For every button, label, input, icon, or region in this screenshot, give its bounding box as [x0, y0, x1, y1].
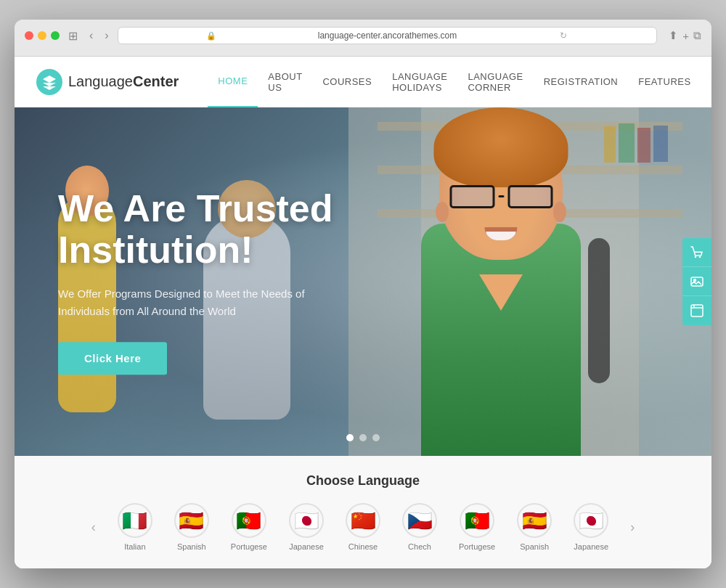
language-section: Choose Language ‹ 🇮🇹 Italian 🇪🇸 Spanish … — [15, 456, 711, 568]
flag-japanese-label: Japanese — [289, 542, 324, 551]
navbar: LanguageCenter HOME ABOUT US COURSES LAN… — [15, 57, 711, 107]
hero-section: We Are Trusted Institution! We Offer Pro… — [15, 107, 711, 456]
flag-portugese-icon: 🇵🇹 — [232, 503, 266, 538]
svg-point-0 — [695, 256, 696, 257]
slide-dots — [346, 434, 380, 441]
logo-text: LanguageCenter — [68, 73, 179, 90]
flag-italian-label: Italian — [124, 542, 145, 551]
flag-portugese2[interactable]: 🇵🇹 Portugese — [459, 503, 495, 551]
minimize-button[interactable] — [38, 31, 46, 40]
flag-spanish2-icon: 🇪🇸 — [517, 503, 552, 538]
flag-portugese[interactable]: 🇵🇹 Portugese — [231, 503, 267, 551]
hero-subtitle: We Offer Programs Designed to Meet the N… — [58, 286, 319, 321]
flag-japanese[interactable]: 🇯🇵 Japanese — [289, 503, 324, 551]
flag-chinese[interactable]: 🇨🇳 Chinese — [346, 503, 380, 551]
hero-content: We Are Trusted Institution! We Offer Pro… — [58, 188, 407, 375]
new-tab-button[interactable]: + — [682, 29, 689, 42]
nav-contacts[interactable]: CONTACTS — [701, 57, 711, 107]
forward-button[interactable]: › — [102, 29, 111, 42]
close-button[interactable] — [25, 31, 33, 40]
window-icon[interactable] — [682, 296, 711, 325]
address-bar[interactable]: 🔒 language-center.ancorathemes.com ↻ — [118, 27, 658, 44]
language-flags: ‹ 🇮🇹 Italian 🇪🇸 Spanish 🇵🇹 Portugese 🇯🇵 … — [44, 503, 682, 551]
flag-italian-icon: 🇮🇹 — [118, 503, 152, 538]
traffic-lights — [25, 31, 60, 40]
image-icon[interactable] — [682, 267, 711, 296]
nav-about[interactable]: ABOUT US — [258, 57, 312, 107]
flag-czech-icon: 🇨🇿 — [402, 503, 437, 538]
flag-spanish-label: Spanish — [177, 542, 206, 551]
side-icons — [682, 238, 711, 325]
flag-chinese-icon: 🇨🇳 — [346, 503, 380, 538]
website-content: LanguageCenter HOME ABOUT US COURSES LAN… — [15, 57, 711, 568]
share-button[interactable]: ⬆ — [669, 29, 678, 42]
back-button[interactable]: ‹ — [86, 29, 96, 42]
flag-portugese2-label: Portugese — [459, 542, 495, 551]
nav-links: HOME ABOUT US COURSES LANGUAGE HOLIDAYS … — [208, 57, 711, 107]
nav-registration[interactable]: REGISTRATION — [534, 57, 629, 107]
flag-italian[interactable]: 🇮🇹 Italian — [118, 503, 152, 551]
nav-language-corner[interactable]: LANGUAGE CORNER — [457, 57, 533, 107]
svg-point-1 — [699, 256, 701, 257]
flag-spanish-icon: 🇪🇸 — [174, 503, 209, 538]
slide-dot-3[interactable] — [372, 434, 380, 441]
flag-spanish[interactable]: 🇪🇸 Spanish — [174, 503, 209, 551]
flag-japanese2-label: Japanese — [574, 542, 608, 551]
logo-icon — [36, 69, 62, 95]
flag-czech-label: Chech — [408, 542, 431, 551]
flag-spanish2-label: Spanish — [520, 542, 549, 551]
hero-title: We Are Trusted Institution! — [58, 188, 407, 271]
flag-chinese-label: Chinese — [348, 542, 378, 551]
flag-czech[interactable]: 🇨🇿 Chech — [402, 503, 437, 551]
next-language-button[interactable]: › — [630, 520, 635, 535]
flag-japanese-icon: 🇯🇵 — [289, 503, 324, 538]
prev-language-button[interactable]: ‹ — [91, 520, 96, 535]
browser-window: ⊞ ‹ › 🔒 language-center.ancorathemes.com… — [15, 20, 711, 568]
url-text: language-center.ancorathemes.com — [301, 30, 473, 41]
flag-portugese-label: Portugese — [231, 542, 267, 551]
logo[interactable]: LanguageCenter — [36, 69, 179, 95]
flag-spanish2[interactable]: 🇪🇸 Spanish — [517, 503, 552, 551]
language-section-title: Choose Language — [44, 473, 682, 489]
tabs-button[interactable]: ⧉ — [693, 29, 701, 42]
svg-rect-4 — [691, 305, 703, 317]
slide-dot-2[interactable] — [359, 434, 367, 441]
browser-chrome: ⊞ ‹ › 🔒 language-center.ancorathemes.com… — [15, 20, 711, 57]
slide-dot-1[interactable] — [346, 434, 354, 441]
window-icon[interactable]: ⊞ — [65, 29, 81, 43]
nav-home[interactable]: HOME — [208, 57, 258, 107]
nav-courses[interactable]: COURSES — [312, 57, 382, 107]
flag-japanese2[interactable]: 🇯🇵 Japanese — [574, 503, 608, 551]
nav-features[interactable]: FEATURES — [628, 57, 701, 107]
nav-language-holidays[interactable]: LANGUAGE HOLIDAYS — [382, 57, 457, 107]
flag-japanese2-icon: 🇯🇵 — [574, 503, 608, 538]
maximize-button[interactable] — [51, 31, 60, 40]
hero-cta-button[interactable]: Click Here — [58, 343, 167, 375]
cart-icon[interactable] — [682, 238, 711, 267]
flag-portugese2-icon: 🇵🇹 — [460, 503, 494, 538]
